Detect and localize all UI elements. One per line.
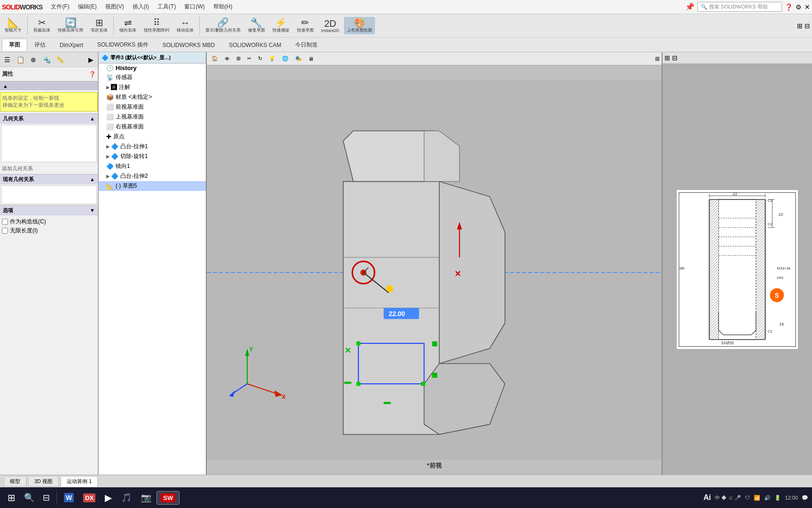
config-mgr-icon[interactable]: 🔩 <box>40 54 53 66</box>
solidworks-app[interactable]: SW <box>156 491 180 505</box>
move-btn[interactable]: ↔ 移动实体 <box>174 17 196 34</box>
tree-part-icon: 🔷 <box>102 55 109 61</box>
tree-item-origin[interactable]: ✚ 原点 <box>99 132 206 142</box>
linear-array-btn[interactable]: ⠿ 线性草图阵列 <box>141 17 172 34</box>
music-app[interactable]: 🎵 <box>117 490 136 505</box>
quick-capture-btn[interactable]: ⚡ 快速捕捉 <box>270 17 292 34</box>
offset-btn[interactable]: ⊞ 等距实体 <box>88 17 110 34</box>
vp-btn-lights[interactable]: 💡 <box>266 55 278 63</box>
quick-sketch-icon: ✏ <box>301 18 309 27</box>
extrude1-icon: 🔷 <box>111 143 118 150</box>
tab-model[interactable]: 模型 <box>4 476 26 487</box>
tab-motion[interactable]: 运动算例 1 <box>61 476 98 487</box>
viewport-toolbar: 🏠 👁 ⊞ ✂ ↻ 💡 🌐 🎭 🖥 ⊞ <box>207 52 662 65</box>
tree-item-sketch5[interactable]: 📐 (·) 草图5 <box>99 181 206 191</box>
show-relations-btn[interactable]: 🔗 显示/删除几何关系 <box>203 17 243 34</box>
menu-view[interactable]: 视图(V) <box>102 2 128 12</box>
dx-app[interactable]: DX <box>79 491 100 505</box>
help-icon[interactable]: ❓ <box>785 3 793 11</box>
tab-3d-view[interactable]: 3D 视图 <box>28 476 59 487</box>
construction-line-checkbox[interactable] <box>2 219 8 225</box>
tree-item-annotation[interactable]: ▶ 🅰 注解 <box>99 82 206 92</box>
relations-section[interactable]: 几何关系 ▲ <box>0 113 98 124</box>
tree-item-mirror[interactable]: 🔷 镜向1 <box>99 161 206 171</box>
camera-app[interactable]: 📷 <box>137 490 156 505</box>
quick-sketch-btn[interactable]: ✏ 快速草图 <box>294 17 317 34</box>
close-icon[interactable]: ✕ <box>804 3 810 11</box>
feature-mgr-icon[interactable]: 📋 <box>14 54 26 66</box>
task-view-button[interactable]: ⊟ <box>39 491 54 505</box>
existing-relations-section[interactable]: 现有几何关系 ▲ <box>0 174 98 184</box>
viewport-expand[interactable]: ⊞ <box>655 56 660 62</box>
property-mgr-icon[interactable]: ⊕ <box>27 54 39 66</box>
menu-file[interactable]: 文件(F) <box>47 2 73 12</box>
vp-btn-realview[interactable]: 🎭 <box>292 55 304 63</box>
construction-line-row: 作为构造线(C) <box>2 217 96 226</box>
tree-item-extrude2[interactable]: ▶ 🔷 凸台-拉伸2 <box>99 171 206 181</box>
menu-help[interactable]: 帮助(H) <box>210 2 236 12</box>
properties-title: 属性 <box>2 70 13 78</box>
mirror-btn[interactable]: ⇌ 镜向实体 <box>117 17 139 34</box>
menu-edit[interactable]: 编辑(E) <box>74 2 101 12</box>
menu-insert[interactable]: 插入(I) <box>129 2 153 12</box>
vp-btn-rotate[interactable]: ↻ <box>255 55 265 63</box>
tree-item-front-plane[interactable]: ⬜ 前视基准面 <box>99 102 206 112</box>
expand-btn[interactable]: ⊞ <box>797 22 803 30</box>
properties-help-icon[interactable]: ❓ <box>89 71 96 78</box>
tab-evaluate[interactable]: 评估 <box>27 39 53 51</box>
convert-btn[interactable]: 🔄 转换实体引用 <box>55 17 86 34</box>
tree-item-top-plane[interactable]: ⬜ 上视基准面 <box>99 112 206 122</box>
vp-btn-section[interactable]: ✂ <box>244 55 254 63</box>
cut-revolve-icon: 🔷 <box>111 153 118 160</box>
dimxpert-mgr-icon[interactable]: 📏 <box>54 54 66 66</box>
menu-tools[interactable]: 工具(T) <box>154 2 180 12</box>
search-button[interactable]: 🔍 <box>20 491 38 505</box>
smart-dimension-btn[interactable]: 📐 智能尺寸 <box>2 17 24 34</box>
options-section[interactable]: 选项 ▼ <box>0 205 98 215</box>
infinite-length-checkbox[interactable] <box>2 228 8 234</box>
pin-icon[interactable]: 📌 <box>685 2 695 11</box>
instant2d-btn[interactable]: 2D Instant2D <box>319 18 343 34</box>
drawing-expand-icon[interactable]: ⊞ <box>664 54 670 62</box>
tree-item-cut-revolve[interactable]: ▶ 🔷 切除-旋转1 <box>99 151 206 161</box>
tab-sketch[interactable]: 草图 <box>2 39 27 51</box>
tree-item-history[interactable]: 🕐 History <box>99 64 206 72</box>
svg-point-24 <box>386 285 393 292</box>
expand-arrow[interactable]: ▶ <box>85 54 97 66</box>
tree-item-sensor[interactable]: 📡 传感器 <box>99 72 206 82</box>
section-collapse-1[interactable]: ▲ <box>0 81 98 90</box>
menu-bar: SOLIDWORKS 文件(F) 编辑(E) 视图(V) 插入(I) 工具(T)… <box>0 0 812 14</box>
notification-icon[interactable]: 💬 <box>802 495 808 501</box>
music-icon: 🎵 <box>121 492 132 503</box>
vp-btn-scene[interactable]: 🌐 <box>279 55 291 63</box>
search-box[interactable]: 🔍 搜索 SOLIDWORKS 帮助 <box>697 2 782 12</box>
color-sketch-btn[interactable]: 🎨 上色草图轮廓 <box>344 17 375 34</box>
tab-today-mfg[interactable]: 今日制造 <box>288 39 325 51</box>
view-icon[interactable]: ☰ <box>1 54 13 66</box>
fix-sketch-btn[interactable]: 🔧 修复草图 <box>245 17 268 34</box>
start-button[interactable]: ⊞ <box>4 490 19 505</box>
menu-window[interactable]: 窗口(W) <box>180 2 208 12</box>
trim-btn[interactable]: ✂ 剪裁实体 <box>31 17 53 34</box>
tab-sw-mbd[interactable]: SOLIDWORKS MBD <box>156 40 222 50</box>
drawing-collapse-icon[interactable]: ⊟ <box>672 54 678 62</box>
vp-btn-home[interactable]: 🏠 <box>209 55 221 63</box>
tree-item-right-plane[interactable]: ⬜ 右视基准面 <box>99 122 206 132</box>
annotation-arrow: ▶ <box>106 85 110 90</box>
tab-sw-cam[interactable]: SOLIDWORKS CAM <box>222 40 288 50</box>
player-app[interactable]: ▶ <box>101 490 116 506</box>
word-app[interactable]: W <box>60 491 78 505</box>
svg-text:▬: ▬ <box>383 397 391 405</box>
tab-dimxpert[interactable]: DimXpert <box>53 40 90 50</box>
vp-btn-monitor[interactable]: 🖥 <box>305 55 316 63</box>
svg-text:M33×34: M33×34 <box>777 266 790 270</box>
collapse-btn[interactable]: ⊟ <box>804 22 810 30</box>
settings-icon[interactable]: ⚙ <box>796 3 802 11</box>
drawing-header: ⊞ ⊟ <box>663 52 812 64</box>
tree-item-material[interactable]: 📦 材质 <未指定> <box>99 92 206 102</box>
tab-sw-addins[interactable]: SOLIDWORKS 插件 <box>90 39 156 51</box>
color-sketch-icon: 🎨 <box>354 18 366 27</box>
tree-item-extrude1[interactable]: ▶ 🔷 凸台-拉伸1 <box>99 142 206 151</box>
vp-btn-display[interactable]: ⊞ <box>234 55 243 63</box>
vp-btn-view[interactable]: 👁 <box>222 55 233 63</box>
